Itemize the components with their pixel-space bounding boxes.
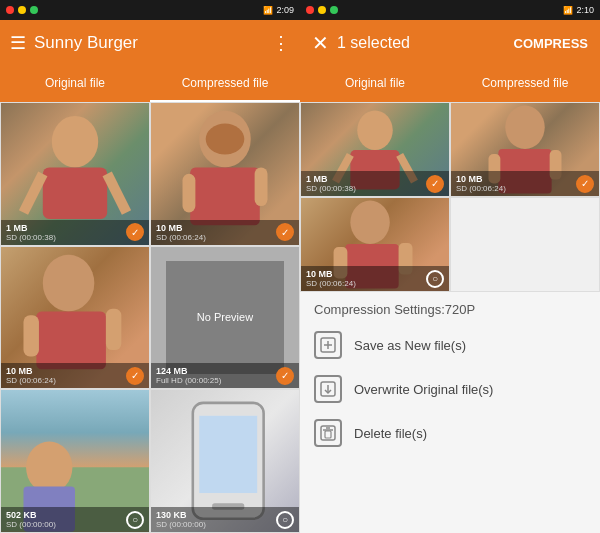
video-overlay-5: 502 KB SD (00:00:00) ○ xyxy=(1,507,149,532)
minimize-dot[interactable] xyxy=(18,6,26,14)
right-signal-icon: 📶 xyxy=(563,6,573,15)
right-video-cell-2[interactable]: 10 MB SD (00:06:24) ✓ xyxy=(450,102,600,197)
tab-original-file-right[interactable]: Original file xyxy=(300,66,450,102)
right-close-dot[interactable] xyxy=(306,6,314,14)
close-button[interactable]: ✕ xyxy=(312,31,329,55)
close-dot[interactable] xyxy=(6,6,14,14)
left-status-icons: 📶 2:09 xyxy=(263,5,294,15)
delete-label: Delete file(s) xyxy=(354,426,427,441)
left-signal-icon: 📶 xyxy=(263,6,273,15)
svg-point-14 xyxy=(26,442,72,494)
video-info-1: 1 MB SD (00:00:38) xyxy=(6,223,56,242)
video-meta-2: SD (00:06:24) xyxy=(156,233,206,242)
right-check-icon-1[interactable]: ✓ xyxy=(426,175,444,193)
more-icon[interactable]: ⋮ xyxy=(272,32,290,54)
video-meta-5: SD (00:00:00) xyxy=(6,520,56,529)
video-cell-6[interactable]: 130 KB SD (00:00:00) ○ xyxy=(150,389,300,533)
check-icon-6[interactable]: ○ xyxy=(276,511,294,529)
right-video-meta-2: SD (00:06:24) xyxy=(456,184,506,193)
overwrite-label: Overwrite Original file(s) xyxy=(354,382,493,397)
svg-rect-6 xyxy=(190,167,260,225)
tab-original-file-left[interactable]: Original file xyxy=(0,66,150,102)
svg-point-0 xyxy=(52,116,98,168)
video-size-5: 502 KB xyxy=(6,510,56,520)
video-info-2: 10 MB SD (00:06:24) xyxy=(156,223,206,242)
save-new-file-option[interactable]: Save as New file(s) xyxy=(314,331,586,359)
video-overlay-4: 124 MB Full HD (00:00:25) ✓ xyxy=(151,363,299,388)
left-time: 2:09 xyxy=(276,5,294,15)
right-minimize-dot[interactable] xyxy=(318,6,326,14)
tab-compressed-file-right[interactable]: Compressed file xyxy=(450,66,600,102)
video-info-3: 10 MB SD (00:06:24) xyxy=(6,366,56,385)
right-video-size-3: 10 MB xyxy=(306,269,356,279)
hamburger-icon[interactable]: ☰ xyxy=(10,32,26,54)
svg-point-27 xyxy=(350,201,389,244)
maximize-dot[interactable] xyxy=(30,6,38,14)
right-video-overlay-1: 1 MB SD (00:00:38) ✓ xyxy=(301,171,449,196)
right-status-icons: 📶 2:10 xyxy=(563,5,594,15)
check-icon-2[interactable]: ✓ xyxy=(276,223,294,241)
svg-point-23 xyxy=(505,106,544,149)
right-video-overlay-3: 10 MB SD (00:06:24) ○ xyxy=(301,266,449,291)
svg-rect-8 xyxy=(255,167,268,206)
check-icon-4[interactable]: ✓ xyxy=(276,367,294,385)
right-video-meta-3: SD (00:06:24) xyxy=(306,279,356,288)
video-overlay-6: 130 KB SD (00:00:00) ○ xyxy=(151,507,299,532)
compression-title: Compression Settings:720P xyxy=(314,302,586,317)
right-check-icon-2[interactable]: ✓ xyxy=(576,175,594,193)
video-cell-4[interactable]: No Preview 124 MB Full HD (00:00:25) ✓ xyxy=(150,246,300,390)
right-maximize-dot[interactable] xyxy=(330,6,338,14)
svg-rect-12 xyxy=(106,308,121,349)
right-video-size-2: 10 MB xyxy=(456,174,506,184)
svg-rect-7 xyxy=(183,174,196,213)
right-video-info-3: 10 MB SD (00:06:24) xyxy=(306,269,356,288)
svg-rect-10 xyxy=(36,311,106,369)
delete-option[interactable]: Delete file(s) xyxy=(314,419,586,447)
left-panel: 📶 2:09 ☰ Sunny Burger ⋮ Original file Co… xyxy=(0,0,300,533)
right-toolbar: ✕ 1 selected COMPRESS xyxy=(300,20,600,66)
video-size-1: 1 MB xyxy=(6,223,56,233)
video-cell-5[interactable]: 502 KB SD (00:00:00) ○ xyxy=(0,389,150,533)
app-title: Sunny Burger xyxy=(34,33,264,53)
video-overlay-1: 1 MB SD (00:00:38) ✓ xyxy=(1,220,149,245)
video-cell-1[interactable]: 1 MB SD (00:00:38) ✓ xyxy=(0,102,150,246)
delete-icon xyxy=(314,419,342,447)
video-cell-2[interactable]: 10 MB SD (00:06:24) ✓ xyxy=(150,102,300,246)
svg-rect-17 xyxy=(199,416,257,493)
overwrite-icon xyxy=(314,375,342,403)
video-size-6: 130 KB xyxy=(156,510,206,520)
video-overlay-2: 10 MB SD (00:06:24) ✓ xyxy=(151,220,299,245)
video-cell-3[interactable]: 10 MB SD (00:06:24) ✓ xyxy=(0,246,150,390)
right-video-size-1: 1 MB xyxy=(306,174,356,184)
video-meta-3: SD (00:06:24) xyxy=(6,376,56,385)
check-icon-1[interactable]: ✓ xyxy=(126,223,144,241)
svg-line-3 xyxy=(107,174,126,213)
right-video-info-2: 10 MB SD (00:06:24) xyxy=(456,174,506,193)
compression-section: Compression Settings:720P Save as New fi… xyxy=(300,292,600,533)
svg-rect-38 xyxy=(325,431,331,438)
check-icon-3[interactable]: ✓ xyxy=(126,367,144,385)
right-status-bar: 📶 2:10 xyxy=(300,0,600,20)
video-info-6: 130 KB SD (00:00:00) xyxy=(156,510,206,529)
svg-point-5 xyxy=(206,124,245,155)
save-new-icon xyxy=(314,331,342,359)
compress-button[interactable]: COMPRESS xyxy=(514,36,588,51)
overwrite-option[interactable]: Overwrite Original file(s) xyxy=(314,375,586,403)
svg-rect-1 xyxy=(43,167,107,219)
right-video-grid: 1 MB SD (00:00:38) ✓ 10 MB SD (00:06:2 xyxy=(300,102,600,292)
right-window-controls xyxy=(306,6,338,14)
right-video-cell-1[interactable]: 1 MB SD (00:00:38) ✓ xyxy=(300,102,450,197)
tab-compressed-file-left[interactable]: Compressed file xyxy=(150,66,300,102)
save-new-label: Save as New file(s) xyxy=(354,338,466,353)
right-video-cell-3[interactable]: 10 MB SD (00:06:24) ○ xyxy=(300,197,450,292)
video-meta-6: SD (00:00:00) xyxy=(156,520,206,529)
selected-count-label: 1 selected xyxy=(337,34,506,52)
svg-rect-11 xyxy=(23,315,38,356)
video-info-5: 502 KB SD (00:00:00) xyxy=(6,510,56,529)
right-panel: 📶 2:10 ✕ 1 selected COMPRESS Original fi… xyxy=(300,0,600,533)
video-meta-4: Full HD (00:00:25) xyxy=(156,376,221,385)
check-icon-5[interactable]: ○ xyxy=(126,511,144,529)
left-tabs-bar: Original file Compressed file xyxy=(0,66,300,102)
video-overlay-3: 10 MB SD (00:06:24) ✓ xyxy=(1,363,149,388)
right-check-icon-3[interactable]: ○ xyxy=(426,270,444,288)
